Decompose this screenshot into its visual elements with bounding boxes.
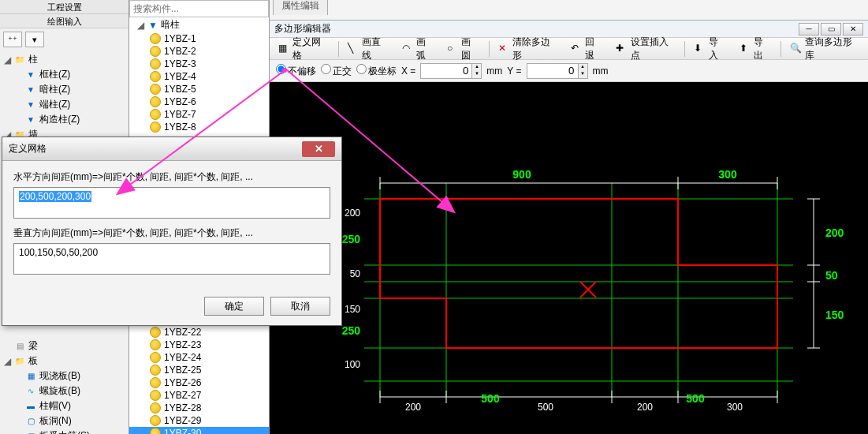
expand-button[interactable]: ⁺⁺ — [3, 32, 22, 47]
y-label: Y = — [507, 65, 521, 77]
list-item[interactable]: 1YBZ-3 — [129, 58, 269, 70]
tree-node-liang[interactable]: ▤梁 — [0, 339, 129, 354]
tree-node-ban-2[interactable]: ▬柱帽(V) — [0, 398, 129, 413]
list-group-anzhu[interactable]: ◢▼暗柱 — [129, 17, 269, 32]
x-input[interactable] — [420, 63, 472, 79]
component-icon — [150, 96, 161, 107]
list-item[interactable]: 1YBZ-25 — [129, 364, 269, 376]
tree-node-kuangzhu[interactable]: ▼框柱(Z) — [0, 67, 129, 82]
polygon-shape — [380, 199, 777, 348]
tree-node-gouzaozhu[interactable]: ▼构造柱(Z) — [0, 112, 129, 127]
tree-node-ban-1[interactable]: ∿螺旋板(B) — [0, 383, 129, 398]
v-spacing-input[interactable]: 100,150,50,50,200 — [13, 243, 330, 275]
draw-circle-button[interactable]: ○画圆 — [441, 33, 485, 65]
radio-polar[interactable]: 极坐标 — [356, 64, 397, 78]
tree-node-duanzhu[interactable]: ▼端柱(Z) — [0, 97, 129, 112]
grid-icon: ▦ — [278, 43, 290, 55]
v-spacing-label: 垂直方向间距(mm)=>间距*个数, 间距, 间距*个数, 间距, ... — [13, 226, 330, 240]
component-icon — [150, 428, 161, 434]
export-button[interactable]: ⬆导出 — [734, 33, 777, 65]
component-icon — [150, 390, 161, 401]
list-item[interactable]: 1YBZ-23 — [129, 339, 269, 351]
draw-arc-button[interactable]: ◠画弧 — [397, 33, 440, 65]
component-icon — [150, 377, 161, 388]
list-item[interactable]: 1YBZ-7 — [129, 108, 269, 121]
clear-icon: ✕ — [498, 43, 510, 55]
dialog-close-button[interactable]: ✕ — [302, 141, 335, 157]
import-icon: ⬇ — [694, 43, 706, 55]
import-button[interactable]: ⬇导入 — [688, 33, 732, 65]
list-item[interactable]: 1YBZ-6 — [129, 95, 269, 108]
h-spacing-input[interactable]: 200,500,200,300 — [13, 187, 330, 219]
list-item[interactable]: 1YBZ-29 — [129, 414, 269, 427]
list-item[interactable]: 1YBZ-1 — [129, 32, 269, 45]
tree-node-ban-0[interactable]: ▦现浇板(B) — [0, 369, 129, 383]
arc-icon: ◠ — [402, 43, 414, 55]
list-item[interactable]: 1YBZ-5 — [129, 83, 269, 95]
drawing-toolbar: ▦定义网格 ╲画直线 ◠画弧 ○画圆 ✕清除多边形 ↶回退 ✚设置插入点 ⬇导入… — [270, 38, 868, 60]
undo-icon: ↶ — [571, 43, 583, 55]
x-spinner[interactable]: ▲▼ — [472, 63, 482, 79]
panel-header-drawing: 绘图输入 — [0, 14, 129, 28]
set-insert-button[interactable]: ✚设置插入点 — [610, 33, 681, 65]
x-label: X = — [401, 65, 415, 77]
search-icon: 🔍 — [790, 43, 802, 55]
component-icon — [150, 84, 161, 95]
tree-node-anzhu[interactable]: ▼暗柱(Z) — [0, 82, 129, 97]
list-item[interactable]: 1YBZ-26 — [129, 376, 269, 389]
component-icon — [150, 327, 161, 338]
svg-text:150: 150 — [345, 304, 360, 315]
svg-text:200: 200 — [405, 402, 421, 413]
y-input[interactable] — [527, 63, 579, 79]
component-icon — [150, 365, 161, 376]
component-icon — [150, 58, 161, 69]
list-item[interactable]: 1YBZ-4 — [129, 70, 269, 83]
svg-text:300: 300 — [727, 402, 743, 413]
list-item[interactable]: 1YBZ-22 — [129, 326, 269, 339]
component-icon — [150, 339, 161, 350]
list-item[interactable]: 1YBZ-24 — [129, 351, 269, 364]
editor-panel: 属性编辑 多边形编辑器 ─ ▭ ✕ ▦定义网格 ╲画直线 ◠画弧 ○画圆 ✕清除… — [270, 0, 868, 434]
tree-node-ban-3[interactable]: ▢板洞(N) — [0, 413, 129, 428]
radio-ortho[interactable]: 正交 — [321, 64, 352, 78]
list-item[interactable]: 1YBZ-28 — [129, 402, 269, 414]
list-item-selected[interactable]: 1YBZ-30 — [129, 427, 269, 434]
component-icon — [150, 352, 161, 363]
dim-top-1: 900 — [512, 168, 531, 181]
tab-property-edit[interactable]: 属性编辑 — [273, 0, 328, 15]
svg-text:500: 500 — [538, 402, 553, 413]
svg-text:250: 250 — [342, 324, 361, 337]
component-icon — [150, 109, 161, 120]
query-lib-button[interactable]: 🔍查询多边形库 — [784, 33, 865, 65]
search-input[interactable] — [129, 0, 269, 17]
circle-icon: ○ — [447, 43, 459, 55]
list-item[interactable]: 1YBZ-2 — [129, 45, 269, 58]
y-spinner[interactable]: ▲▼ — [579, 63, 588, 79]
draw-line-button[interactable]: ╲画直线 — [342, 33, 395, 65]
component-icon — [150, 33, 161, 44]
tree-node-ban[interactable]: ◢📁板 — [0, 354, 129, 369]
drawing-canvas[interactable]: 900 300 200 50 150 200 250 50 150 250 10… — [270, 82, 868, 434]
ok-button[interactable]: 确定 — [204, 297, 264, 316]
define-grid-button[interactable]: ▦定义网格 — [273, 33, 335, 65]
clear-poly-button[interactable]: ✕清除多边形 — [493, 33, 564, 65]
offset-toolbar: 不偏移 正交 极坐标 X = ▲▼ mm Y = ▲▼ mm — [270, 60, 868, 82]
svg-text:200: 200 — [637, 402, 653, 413]
collapse-button[interactable]: ▾ — [25, 32, 44, 47]
radio-nooffset[interactable]: 不偏移 — [276, 64, 316, 78]
tree-node-zhu[interactable]: ◢📁柱 — [0, 52, 129, 67]
component-icon — [150, 402, 161, 413]
unit-label: mm — [486, 65, 502, 77]
undo-button[interactable]: ↶回退 — [565, 33, 609, 65]
h-spacing-label: 水平方向间距(mm)=>间距*个数, 间距, 间距*个数, 间距, ... — [13, 170, 330, 184]
list-item[interactable]: 1YBZ-27 — [129, 389, 269, 402]
marker-icon: ✚ — [616, 43, 628, 55]
list-item[interactable]: 1YBZ-8 — [129, 121, 269, 133]
unit-label-2: mm — [593, 65, 609, 77]
tree-node-ban-4[interactable]: ▦板受力筋(S) — [0, 428, 129, 434]
insert-point-marker — [580, 282, 596, 297]
cancel-button[interactable]: 取消 — [270, 297, 330, 316]
dialog-title: 定义网格 — [9, 142, 47, 155]
define-grid-dialog: 定义网格 ✕ 水平方向间距(mm)=>间距*个数, 间距, 间距*个数, 间距,… — [2, 137, 342, 326]
dim-right-1: 200 — [825, 226, 844, 239]
